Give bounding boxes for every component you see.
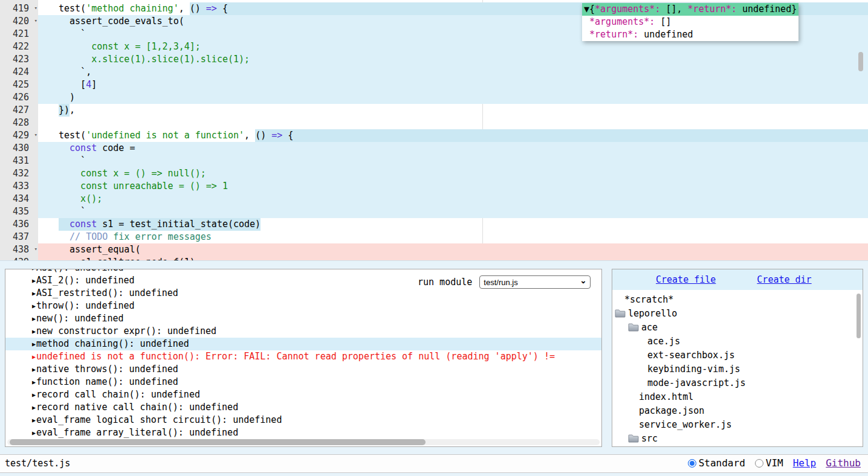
tooltip-row[interactable]: *arguments*: [] (582, 16, 798, 28)
gutter-cell: 439 (0, 256, 38, 261)
result-row[interactable]: ▶ASI_restrited(): undefined (5, 287, 601, 300)
tree-row[interactable]: ace (612, 320, 863, 334)
code-line[interactable]: 431 ` (0, 155, 868, 167)
tooltip-summary-row[interactable]: ▼{*arguments*: [], *return*: undefined} (582, 3, 798, 16)
gutter-cell: 422 (0, 40, 38, 53)
code-line[interactable]: 430 const code = (0, 142, 868, 155)
tree-row[interactable]: src (612, 431, 863, 445)
result-row[interactable]: ▶function name(): undefined (5, 376, 601, 388)
files-vertical-scrollbar[interactable] (857, 294, 861, 338)
code-line[interactable]: 432 const x = () => null(); (0, 167, 868, 180)
keybinding-vim-radio[interactable]: VIM (755, 457, 783, 469)
code-editor[interactable]: 419▾test('method chaining', () => {420▾ … (0, 0, 868, 261)
vim-radio-label: VIM (766, 457, 783, 469)
fold-arrow-icon[interactable]: ▾ (34, 5, 37, 11)
file-tree-panel: Create file Create dir *scratch*leporell… (612, 269, 863, 447)
tree-row[interactable]: service_worker.js (612, 417, 863, 431)
result-row[interactable]: ▶method chaining(): undefined (5, 338, 601, 350)
keybinding-standard-radio[interactable]: Standard (688, 457, 745, 469)
result-row[interactable]: ▶new constructor expr(): undefined (5, 325, 601, 338)
editor-vertical-scrollbar[interactable] (858, 52, 863, 71)
gutter-cell: 438▾ (0, 243, 38, 256)
code-line[interactable]: 434 x(); (0, 193, 868, 205)
expand-triangle-icon[interactable]: ▶ (32, 287, 36, 300)
help-link[interactable]: Help (793, 457, 817, 469)
run-module-control: run module test/run.js ⌄ (418, 275, 591, 289)
gutter-cell: 435 (0, 205, 38, 218)
tooltip-row[interactable]: *return*: undefined (582, 28, 798, 41)
result-row[interactable]: ▶record native call chain(): undefined (5, 401, 601, 414)
code-lines: 419▾test('method chaining', () => {420▾ … (0, 2, 868, 261)
code-line[interactable]: 423 x.slice(1).slice(1).slice(1); (0, 53, 868, 66)
leporello-app: 419▾test('method chaining', () => {420▾ … (0, 0, 868, 476)
fold-arrow-icon[interactable]: ▾ (34, 18, 37, 24)
create-dir-link[interactable]: Create dir (757, 274, 811, 285)
eval-result-tooltip[interactable]: ▼{*arguments*: [], *return*: undefined} … (582, 3, 798, 41)
tree-row[interactable]: leporello (612, 306, 863, 320)
result-row[interactable]: ▶new(): undefined (5, 312, 601, 325)
gutter-cell: 426 (0, 91, 38, 104)
fold-arrow-icon[interactable]: ▾ (34, 246, 37, 252)
gutter-cell: 430 (0, 142, 38, 155)
tree-row[interactable]: keybinding-vim.js (612, 362, 863, 376)
expand-triangle-icon[interactable]: ▶ (32, 338, 36, 350)
code-line[interactable]: 422 const x = [1,2,3,4]; (0, 40, 868, 53)
result-row[interactable]: ▶eval_frame logical short circuit(): und… (5, 414, 601, 426)
code-line[interactable]: 428 (0, 117, 868, 129)
code-line[interactable]: 429▾test('undefined is not a function', … (0, 129, 868, 142)
code-line[interactable]: 439 s1.calltree_node.f(1) (0, 256, 868, 261)
code-line[interactable]: 438▾ assert_equal( (0, 243, 868, 256)
gutter-cell: 434 (0, 193, 38, 205)
tree-row[interactable]: package.json (612, 404, 863, 417)
radio-unselected-icon[interactable] (755, 459, 763, 468)
result-row[interactable]: ▶record call chain(): undefined (5, 388, 601, 401)
result-row[interactable]: ▶throw(): undefined (5, 300, 601, 312)
code-line[interactable]: 437 // TODO fix error messages (0, 231, 868, 243)
status-bar: test/test.js Standard VIM Help Github (0, 454, 868, 473)
run-module-select[interactable]: test/run.js ⌄ (479, 275, 591, 289)
github-link[interactable]: Github (826, 457, 861, 469)
expand-triangle-icon[interactable]: ▶ (32, 325, 36, 338)
code-line[interactable]: 435 ` (0, 205, 868, 218)
test-results-panel: ▶ASI(): undefined▶ASI_2(): undefined▶ASI… (5, 269, 602, 447)
expand-triangle-icon[interactable]: ▶ (32, 363, 36, 376)
gutter-cell: 431 (0, 155, 38, 167)
code-line[interactable]: 427}), (0, 104, 868, 117)
expand-triangle-icon[interactable]: ▶ (32, 274, 36, 287)
radio-selected-icon[interactable] (688, 459, 696, 468)
tree-row[interactable]: ace.js (612, 334, 863, 348)
folder-icon (628, 323, 639, 332)
expand-triangle-icon[interactable]: ▶ (32, 300, 36, 312)
expand-triangle-icon[interactable]: ▶ (32, 414, 36, 426)
expand-triangle-icon[interactable]: ▶ (32, 388, 36, 401)
run-module-value: test/run.js (484, 278, 517, 287)
tooltip-detail-rows: *arguments*: [] *return*: undefined (582, 16, 798, 41)
expand-triangle-icon[interactable]: ▶ (32, 376, 36, 388)
results-horizontal-scrollbar[interactable] (7, 439, 600, 445)
tree-row[interactable]: ext-searchbox.js (612, 348, 863, 362)
code-line[interactable]: 425 [4] (0, 79, 868, 91)
result-row[interactable]: ▶undefined is not a function(): Error: F… (5, 350, 601, 363)
code-line[interactable]: 436 const s1 = test_initial_state(code) (0, 218, 868, 231)
tree-row[interactable]: index.html (612, 390, 863, 404)
result-row[interactable]: ▶eval_frame array_literal(): undefined (5, 426, 601, 439)
code-line[interactable]: 426 ) (0, 91, 868, 104)
expand-triangle-icon[interactable]: ▶ (32, 350, 36, 363)
test-results-list: ▶ASI(): undefined▶ASI_2(): undefined▶ASI… (5, 269, 601, 439)
result-row[interactable]: ▶native throws(): undefined (5, 363, 601, 376)
current-file-label: test/test.js (5, 458, 70, 469)
code-line[interactable]: 433 const unreachable = () => 1 (0, 180, 868, 193)
expand-triangle-icon[interactable]: ▶ (32, 401, 36, 414)
result-row[interactable]: ▶ASI(): undefined (5, 269, 601, 274)
expand-triangle-icon[interactable]: ▶ (32, 269, 36, 274)
tree-row[interactable]: *scratch* (612, 292, 863, 306)
tree-row[interactable]: mode-javascript.js (612, 376, 863, 390)
gutter-cell: 432 (0, 167, 38, 180)
create-file-link[interactable]: Create file (656, 274, 716, 285)
expand-triangle-icon[interactable]: ▶ (32, 426, 36, 439)
expand-triangle-icon[interactable]: ▶ (32, 312, 36, 325)
tree-row[interactable]: ast_utils.js (612, 445, 863, 446)
scrollbar-thumb[interactable] (10, 439, 426, 445)
code-line[interactable]: 424 `, (0, 66, 868, 79)
fold-arrow-icon[interactable]: ▾ (34, 132, 37, 138)
